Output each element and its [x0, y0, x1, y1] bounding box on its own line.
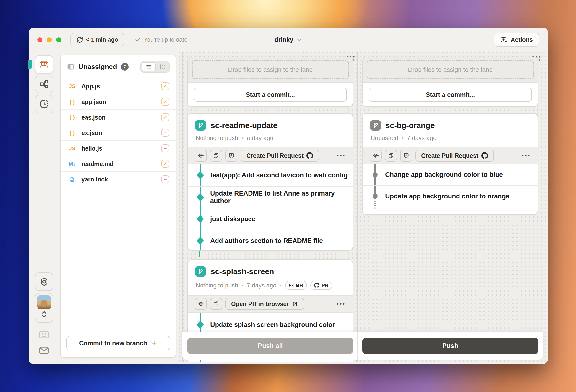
- keyboard-icon: [39, 331, 49, 339]
- zoom-button[interactable]: [56, 37, 61, 42]
- list-view-button[interactable]: [142, 62, 155, 71]
- copy-branch-button[interactable]: [210, 298, 222, 310]
- file-row[interactable]: JS hello.js: [60, 140, 176, 156]
- commit-row[interactable]: Change app background color to blue: [363, 164, 538, 185]
- history-clock-icon: [39, 99, 49, 109]
- branch-name[interactable]: sc-bg-orange: [386, 121, 435, 130]
- commit-row[interactable]: Update README to list Anne as primary au…: [188, 186, 353, 208]
- js-file-icon: JS: [67, 83, 77, 89]
- rail-item-branches[interactable]: [35, 75, 53, 93]
- commit-target-button[interactable]: [195, 298, 207, 310]
- add-dependent-branch-button[interactable]: [225, 150, 237, 162]
- commit-to-new-branch-button[interactable]: Commit to new branch: [66, 336, 170, 350]
- open-pr-label: Open PR in browser: [231, 301, 289, 308]
- settings-button[interactable]: [35, 272, 53, 291]
- lanes-footer: Push all Push: [182, 333, 543, 360]
- chevron-updown-icon: [40, 309, 48, 319]
- start-commit-button[interactable]: Start a commit...: [369, 88, 532, 102]
- commit-dot: [196, 193, 204, 201]
- branch-menu-button[interactable]: •••: [337, 153, 346, 159]
- copy-branch-button[interactable]: [385, 150, 397, 162]
- push-status: Nothing to push: [196, 282, 238, 289]
- commit-message: Update splash screen background color: [210, 321, 335, 329]
- add-branch-icon: [228, 152, 235, 159]
- commit-message: Change app background color to blue: [385, 171, 503, 179]
- file-row[interactable]: yarn.lock: [60, 171, 176, 187]
- start-commit-button[interactable]: Start a commit...: [194, 88, 347, 102]
- project-selector[interactable]: drinky: [274, 36, 302, 44]
- github-icon: [314, 283, 319, 288]
- copy-branch-button[interactable]: [210, 150, 222, 162]
- commit-row[interactable]: just diskspace: [188, 208, 353, 230]
- commit-row[interactable]: Update app background color to orange: [363, 185, 538, 207]
- commit-dot: [373, 172, 378, 177]
- workbench-table-icon: [39, 59, 49, 70]
- file-row[interactable]: JS App.js: [60, 78, 176, 94]
- commit-target-button[interactable]: [370, 150, 382, 162]
- check-icon: [135, 37, 141, 43]
- target-icon: [372, 152, 379, 159]
- actions-button[interactable]: Actions: [494, 33, 539, 47]
- dot-separator: •: [402, 135, 403, 141]
- settings-icon: [39, 277, 49, 287]
- drop-zone[interactable]: Drop files to assign to the lane: [367, 60, 534, 79]
- file-name: eas.json: [81, 114, 157, 121]
- list-view-icon: [145, 64, 152, 70]
- sync-button[interactable]: < 1 min ago: [70, 33, 124, 47]
- add-dependent-branch-button[interactable]: [400, 150, 412, 162]
- drop-zone-wrap: Drop files to assign to the lane: [363, 57, 538, 83]
- lane-divider: [357, 52, 358, 363]
- branch-badge-icon: [370, 120, 381, 131]
- branch-name[interactable]: sc-splash-screen: [211, 267, 274, 276]
- branch-action-bar: Open PR in browser •••: [188, 295, 353, 313]
- branch-menu-button[interactable]: •••: [337, 301, 346, 307]
- drop-zone[interactable]: Drop files to assign to the lane: [192, 60, 349, 79]
- create-pr-button[interactable]: Create Pull Request: [240, 150, 319, 162]
- file-row[interactable]: { } eas.json: [60, 109, 176, 125]
- file-row[interactable]: M↓ readme.md: [60, 156, 176, 171]
- drop-zone-wrap: Drop files to assign to the lane: [188, 57, 353, 83]
- pr-badge[interactable]: PR: [310, 281, 332, 290]
- github-icon: [481, 152, 488, 159]
- commit-row[interactable]: feat(app): Add second favicon to web con…: [188, 164, 353, 186]
- feedback-button[interactable]: [35, 346, 53, 355]
- json-file-icon: { }: [67, 99, 77, 105]
- modified-status-icon: [161, 98, 169, 106]
- plus-icon: [151, 340, 157, 346]
- open-pr-button[interactable]: Open PR in browser: [225, 298, 304, 310]
- avatar: [37, 295, 51, 309]
- push-button[interactable]: Push: [362, 338, 538, 354]
- start-commit-label: Start a commit...: [246, 91, 295, 99]
- chevron-down-icon: [296, 37, 302, 43]
- branch-menu-button[interactable]: •••: [522, 153, 531, 159]
- commit-row[interactable]: Add authors section to README file: [188, 230, 353, 251]
- close-button[interactable]: [37, 37, 42, 42]
- lane-header-card: Drop files to assign to the lane Start a…: [362, 57, 538, 107]
- drop-zone-label: Drop files to assign to the lane: [228, 66, 313, 74]
- file-row[interactable]: { } app.json: [60, 94, 176, 109]
- files-panel-header: Unassigned 7: [60, 55, 176, 78]
- keyboard-shortcuts-button[interactable]: [35, 331, 53, 339]
- push-all-button[interactable]: Push all: [187, 338, 353, 354]
- add-branch-icon: [403, 152, 410, 159]
- br-badge[interactable]: BR: [285, 281, 307, 290]
- lanes-canvas: Drop files to assign to the lane Start a…: [179, 52, 547, 363]
- view-toggle: [141, 61, 170, 73]
- commit-target-button[interactable]: [195, 150, 207, 162]
- rail-item-workspace[interactable]: [35, 55, 53, 74]
- json-file-icon: { }: [67, 130, 77, 136]
- copy-icon: [213, 152, 219, 159]
- user-button[interactable]: [35, 293, 53, 323]
- branch-name[interactable]: sc-readme-update: [211, 121, 278, 130]
- branch-action-bar: Create Pull Request •••: [363, 147, 538, 164]
- sparkle-icon: [500, 36, 508, 44]
- file-row[interactable]: { } ex.json: [60, 125, 176, 140]
- create-pr-button[interactable]: Create Pull Request: [415, 150, 494, 162]
- tree-view-button[interactable]: [155, 62, 168, 71]
- minimize-button[interactable]: [47, 37, 52, 42]
- external-link-icon: [292, 301, 298, 307]
- target-icon: [197, 301, 204, 307]
- rail-item-history[interactable]: [35, 95, 53, 113]
- commit-dot: [196, 321, 204, 329]
- commit-message: Update app background color to orange: [385, 193, 509, 200]
